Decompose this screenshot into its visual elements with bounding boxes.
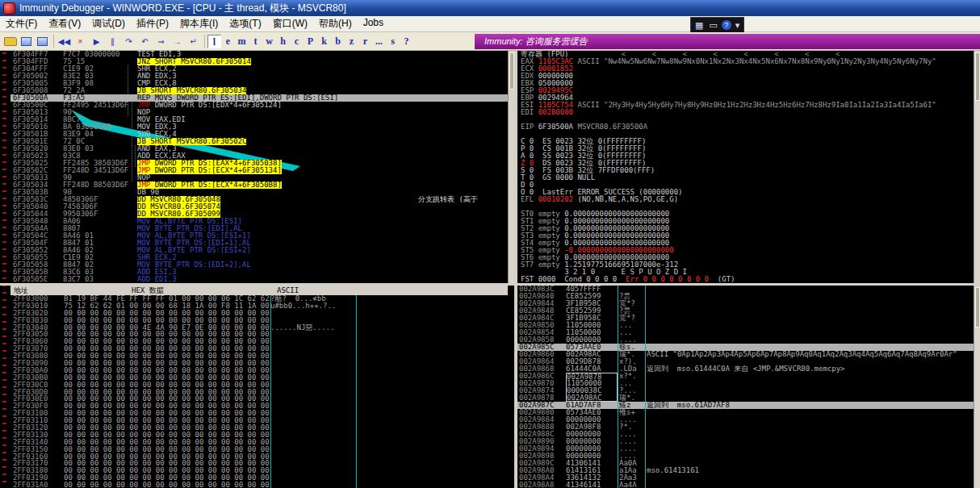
till-return-icon[interactable]: ↵ [186, 34, 201, 48]
menu-item-3[interactable]: 插件(P) [131, 15, 174, 32]
window-letter-button-t[interactable]: t [249, 35, 262, 48]
register-note: (NO,NB,NE,A,NS,PO,GE,G) [573, 195, 678, 203]
disasm-row[interactable]: 6F30500583F9 08CMP ECX,8 [10, 80, 508, 87]
register-value: 6F30500A [538, 123, 573, 131]
window-letter-button-c[interactable]: c [290, 35, 304, 48]
disasm-row[interactable]: 6F304FF7F7C7 03000000TEST EDI,3 [10, 51, 508, 58]
register-row[interactable]: ECX 00001852 [521, 65, 974, 73]
window-letter-button-r[interactable]: r [358, 35, 372, 48]
register-row[interactable]: ESP 0029495C [521, 87, 974, 94]
open-file-icon[interactable] [2, 34, 18, 48]
restart-icon[interactable]: ◀◀ [57, 34, 72, 48]
register-row[interactable]: FST 0000 Cond 0 0 0 0 Err 0 0 0 0 0 0 0 … [521, 276, 974, 283]
disasm-address: 6F30505E [10, 276, 63, 283]
trace-into-icon[interactable]: ⇒ [153, 34, 169, 48]
register-row[interactable]: EDI 002B0000 [521, 109, 974, 116]
window-a-icon-glyph [21, 37, 31, 46]
menu-item-5[interactable]: 选项(T) [224, 15, 266, 32]
registers-scrollbar[interactable] [974, 51, 980, 283]
register-row[interactable]: EBX 05000000 [521, 80, 974, 87]
register-row[interactable]: T 0 GS 0000 NULL [521, 174, 974, 181]
disasm-row[interactable]: 6F3050449950306FDD MSVCR80.6F305099 [10, 211, 508, 218]
stack-pane: 002A983C4057FFFF002A9840CE852599?昙002A98… [517, 286, 974, 488]
screen-icon[interactable]: ▭ [707, 19, 718, 31]
window-letter-button-?[interactable]: ? [400, 35, 413, 48]
window-letter-button-P[interactable]: P [304, 35, 317, 48]
window-b-icon-glyph [37, 37, 48, 46]
stack-scrollbar[interactable] [974, 286, 980, 488]
immunity-debugger-window: Immunity Debugger - WINWORD.EXE - [CPU -… [0, 0, 980, 488]
menu-item-2[interactable]: 调试(D) [86, 15, 131, 32]
plugin-tray: ▦▭?▾ [690, 17, 744, 33]
stack-row[interactable]: 002A986861444C0A.LDa返回到 mso.61444C0A 来自 … [517, 365, 974, 373]
segment-info: GS 0000 NULL [534, 173, 595, 181]
help-icon[interactable]: ? [722, 20, 731, 30]
disasm-row[interactable]: 6F30501390NOP [10, 109, 508, 116]
disasm-row[interactable]: 6F30502083E0 03AND EAX,3 [10, 145, 508, 152]
window-a-icon[interactable] [19, 34, 34, 48]
operands: DWORD PTR DS:[ECX*4+6F305134] [150, 166, 282, 174]
window-letter-button-s[interactable]: s [386, 35, 400, 48]
cpu-window: 6F304FF7F7C7 03000000TEST EDI,36F304FFD7… [0, 51, 980, 488]
disasm-row[interactable]: 6F305034FF248D B8503D6FJMP DWORD PTR DS:… [10, 181, 508, 189]
register-row[interactable]: EFL 00010202 (NO,NB,NE,A,NS,PO,GE,G) [521, 196, 974, 203]
run-icon[interactable]: ▶ [89, 34, 104, 48]
window-letter-button-b[interactable]: b [331, 35, 345, 48]
window-letter-button-e[interactable]: e [221, 35, 235, 48]
dump-col-ascii: ASCII [277, 286, 299, 295]
disasm-row[interactable]: 6F3050488A06MOV AL,BYTE PTR DS:[ESI] [10, 218, 508, 225]
toolbar-separator [204, 35, 205, 48]
left-gutter [0, 51, 10, 488]
stack-row[interactable]: 002A98A841346141Aa4A [517, 482, 974, 488]
keyboard-icon[interactable]: ▦ [693, 19, 705, 31]
disasm-bytes: FF248D B8503D6F [63, 181, 137, 189]
disasm-row[interactable]: 6F30505E83C7 03ADD EDI,3 [10, 276, 508, 283]
disasm-row[interactable]: 6F30500CFF2495 24513D6FJMP DWORD PTR DS:… [10, 102, 508, 109]
open-file-icon-glyph [4, 37, 17, 46]
disasm-bytes: 83C7 03 [63, 276, 137, 283]
log-window-button[interactable]: l [207, 35, 221, 48]
menu-item-8[interactable]: Jobs [358, 15, 389, 32]
dump-ascii: u#bb0...h++.?.. [270, 302, 336, 310]
stack-comment: mso.61413161 [647, 467, 699, 474]
window-letter-button-k[interactable]: k [317, 35, 331, 48]
close-icon[interactable]: × [73, 34, 88, 48]
disasm-scrollbar[interactable] [508, 51, 514, 283]
dump-row[interactable]: 2FF031A000 00 00 00 00 00 00 00 00 00 00… [10, 482, 508, 488]
window-letter-button-w[interactable]: w [262, 35, 276, 48]
disasm-pane: 6F304FF7F7C7 03000000TEST EDI,36F304FFD7… [10, 51, 508, 283]
dump-col-address: 地址 [14, 286, 28, 295]
immunity-banner[interactable]: Immunity: 咨询服务营缓告 [475, 34, 980, 49]
disasm-row[interactable]: 6F30502CFF248D 34513D6FJMP DWORD PTR DS:… [10, 167, 508, 174]
menu-item-4[interactable]: 脚本库(I) [174, 15, 224, 32]
window-letter-button-m[interactable]: m [235, 35, 249, 48]
step-over-icon[interactable]: ↶ [137, 34, 153, 48]
app-icon[interactable] [3, 2, 15, 15]
column-separator [356, 295, 357, 488]
pause-icon[interactable]: ∥ [105, 34, 120, 48]
window-letter-button-dotsdotsdots[interactable]: ... [372, 35, 386, 48]
dump-ascii: ......NJ惡..... [270, 324, 334, 332]
register-row[interactable]: EAX 1105C3AC ASCII "Nw4Nw5Nw6Nw7Nw8Nw9Nx… [521, 58, 974, 65]
menu-item-0[interactable]: 文件(F) [0, 15, 43, 32]
menu-item-7[interactable]: 帮助(H) [313, 15, 358, 32]
register-row[interactable]: EDX 00000000 [521, 73, 974, 80]
scrollbar-thumb[interactable] [975, 52, 980, 101]
window-b-icon[interactable] [35, 34, 50, 48]
column-separator [618, 286, 618, 488]
step-into-icon[interactable]: ↷ [121, 34, 136, 48]
disasm-row[interactable]: 6F30501B83E9 04SUB ECX,4 [10, 131, 508, 138]
window-letter-button-z[interactable]: z [345, 35, 358, 48]
dropdown-icon[interactable]: ▾ [734, 19, 742, 31]
trace-over-icon[interactable]: → [170, 34, 185, 48]
menu-item-6[interactable]: 窗口(W) [267, 15, 313, 32]
disasm-instruction: JMP DWORD PTR DS:[ECX*4+6F305134] [137, 167, 282, 174]
operands: DWORD PTR DS:[EDX*4+6F305124] [150, 101, 282, 109]
register-note: MSVCR80.6F30500A [573, 123, 647, 131]
register-row[interactable]: ESI 1105C754 ASCII "2Hy3Hy4Hy5Hy6Hy7Hy8H… [521, 102, 974, 109]
scrollbar-thumb[interactable] [975, 287, 980, 327]
register-row[interactable]: EIP 6F30500A MSVCR80.6F30500A [521, 123, 974, 131]
window-letter-button-h[interactable]: h [276, 35, 290, 48]
dump-address: 2FF031A0 [10, 482, 64, 488]
menu-item-1[interactable]: 查看(V) [43, 15, 86, 32]
